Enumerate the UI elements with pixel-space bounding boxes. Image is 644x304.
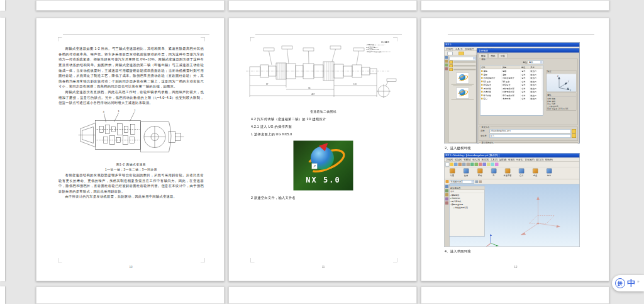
folder-label: 文件夹 (480, 135, 489, 138)
window-titlebar: NX 5 - Modeling - [zhuandongzhou.prt (修改… (445, 154, 580, 158)
shaded-view-icon (495, 162, 499, 166)
magnet-icon (479, 180, 482, 183)
refresh-icon (479, 162, 482, 166)
palette-icon (445, 64, 448, 67)
ime-punctuation-toggle[interactable]: ” (637, 279, 640, 287)
feature-icon (464, 169, 469, 174)
units-filter-label: 单位 (523, 61, 528, 64)
web-icon (445, 67, 448, 70)
pinyin-ime-icon[interactable]: 拼 (615, 278, 625, 288)
history-icon (445, 193, 448, 196)
shortcut-arrow-icon: ↗ (312, 164, 318, 169)
web-browser-icon (445, 201, 448, 205)
cut-icon (458, 162, 462, 166)
name-label: 名称 (480, 130, 489, 133)
header-rule (63, 34, 209, 35)
figure-second-shaft-drawing: 87 56 113 467 技术要求 1.调质处理228～269HBW；2.未注… (242, 38, 405, 108)
paragraph: 两轴式变速器没有直接档，因此在高档工作时，齿轮和轴承均承载，因而噪声比较大，也增… (58, 89, 204, 106)
figure-legend: 1—第一轴；2—第二轴；3—同步器 (58, 167, 204, 172)
svg-text:87: 87 (266, 83, 269, 86)
svg-text:467: 467 (311, 93, 315, 96)
new-file-icon (445, 162, 450, 167)
step-2-text: 2 新建空白文件，输入文件名 (251, 196, 396, 200)
svg-text:56: 56 (308, 87, 311, 89)
feature-icon (477, 169, 483, 174)
fit-view-icon (483, 162, 487, 166)
tech-note-line: 4.线性尺寸未注公差按GB/T1804-m。 (366, 50, 404, 53)
reference-part-group-label: 要引用的部件 (481, 142, 495, 144)
document-page-11[interactable]: 87 56 113 467 技术要求 1.调质处理228～269HBW；2.未注… (228, 18, 417, 281)
page-number: 10 (36, 266, 225, 269)
ime-toolbar[interactable]: 拼 中 ” (612, 275, 644, 291)
paragraph: 两轴式变速器如图 1-2 所示。与三轴式变速器相比，其结构简单、紧凑且除最高档外… (58, 46, 204, 89)
paste-icon (467, 162, 470, 166)
folder-icon (450, 60, 453, 64)
redo-icon (475, 162, 479, 166)
property-line: 描述: 带基准 CSYS 的 NX (547, 108, 575, 110)
navigator-icon (445, 56, 448, 59)
feature-button: 合并 (515, 168, 528, 177)
copy-icon (462, 162, 466, 166)
part-navigator-panel: 部件导航器 名称 模型视图 Cameras 用户表达式 模型历史记录 基准坐标系… (449, 186, 485, 237)
templates-group-label: 模板 (481, 58, 487, 61)
standard-toolbar (445, 162, 580, 167)
page-number: 11 (229, 266, 417, 269)
feature-button: 基准平面 (501, 168, 514, 177)
text-boundary-mark (58, 258, 62, 262)
header-rule (448, 34, 594, 35)
feature-toolbar: 草图 拉伸 回转 孔 基准平面 (445, 167, 580, 180)
text-boundary-mark (393, 258, 397, 262)
sketch-icon (446, 180, 449, 183)
browse-folder-icon (572, 129, 576, 133)
selection-filter-dropdown: 无选择过滤器 (450, 180, 474, 184)
figure-caption: 图1-2 两轴式变速器 (58, 162, 204, 167)
caption-enter-sketch: 4、进入草图环境 (445, 249, 589, 254)
datum-csys-graphic (517, 194, 564, 238)
dialog-tabs: 模型图纸仿真 (477, 53, 579, 58)
document-page-10[interactable]: 两轴式变速器如图 1-2 所示。与三轴式变速器相比，其结构简单、紧凑且除最高档外… (36, 18, 225, 281)
menu-item: 分析(L) (516, 158, 523, 161)
svg-text:3: 3 (103, 110, 105, 113)
screenshot-modeling-environment: NX 5 - Modeling - [zhuandongzhou.prt (修改… (444, 153, 580, 247)
partial-page-top-2 (228, 0, 417, 11)
menu-item: 格式(R) (481, 158, 489, 161)
partial-page-bottom-3 (421, 286, 609, 304)
heading-4-2-1: 4.2.1 进入 UG 的操作界面 (251, 125, 396, 129)
text-boundary-mark (201, 37, 205, 42)
selection-bar: 无选择过滤器 (445, 179, 580, 184)
ime-chinese-mode-toggle[interactable]: 中 (627, 278, 635, 289)
history-palette (448, 55, 477, 143)
feature-icon (519, 169, 525, 174)
header-rule (255, 34, 402, 35)
caption-enter-modeling: 3、进入建模环境 (445, 146, 589, 150)
text-boundary-mark (58, 37, 62, 42)
feature-icon (505, 169, 511, 174)
part-navigator-icon (445, 189, 448, 193)
menu-item: 文件(F) (446, 47, 453, 50)
filename-input: zhuandongzhou.prt (490, 129, 571, 133)
folder-input: D:\ (490, 134, 571, 138)
document-page-12[interactable]: NX 5 文件(F)工具(T)首选项(P)窗口(O)帮助(H) 新建 打开 (421, 18, 609, 281)
feature-button: 拉伸 (460, 168, 473, 177)
feature-icon (547, 169, 552, 174)
menu-item: 首选项(P) (465, 47, 474, 50)
graphics-window: 部件导航器 名称 模型视图 Cameras 用户表达式 模型历史记录 基准坐标系… (445, 184, 580, 247)
svg-text:X: X (570, 89, 571, 92)
partial-page-top-1 (36, 0, 225, 11)
feature-button: 回转 (474, 168, 487, 177)
feature-button: 抽壳 (543, 168, 556, 177)
template-row: 空白基本环境 毫米独立的 无 (480, 97, 543, 101)
dialog-tab: 模型 (479, 53, 488, 58)
folder-icon (450, 68, 453, 71)
partial-page-sliver-bottom (0, 286, 5, 304)
save-icon (454, 162, 458, 166)
partial-page-sliver-top (0, 0, 5, 11)
history-part-thumbnail (457, 72, 469, 84)
feature-button: 孔 (487, 168, 501, 177)
svg-text:2: 2 (134, 109, 136, 112)
new-file-dialog: 文件新建 模型图纸仿真 模板 单位 毫米 名称 类型 (477, 48, 580, 144)
window-titlebar: NX 5 (445, 43, 580, 47)
drawing-caption: 变速箱第二轴图纸 (229, 110, 417, 114)
feature-icon (450, 169, 455, 174)
drawing-tech-notes: 技术要求 1.调质处理228～269HBW；2.未注明倒角C1；3.未注圆角R1… (366, 41, 404, 53)
